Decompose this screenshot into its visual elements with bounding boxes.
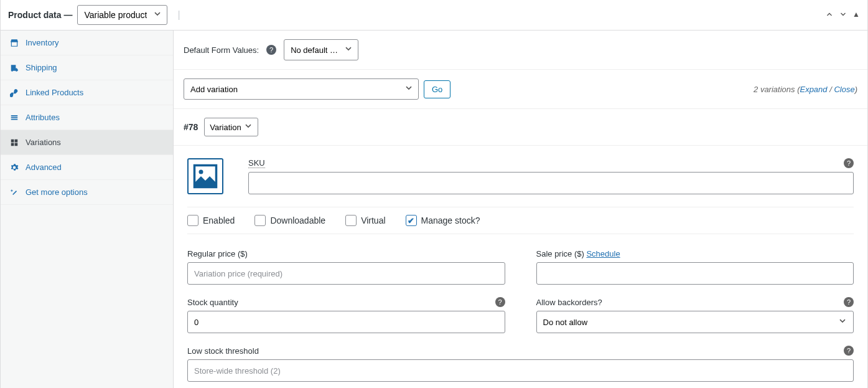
panel-down-icon[interactable] [839, 10, 847, 21]
virtual-checkbox[interactable] [345, 215, 357, 226]
tab-linked-products[interactable]: Linked Products [1, 80, 173, 105]
sku-label: SKU [248, 158, 265, 168]
variation-checkbox-row: Enabled Downloadable Virtual Manage stoc… [187, 207, 854, 234]
regular-price-input[interactable] [187, 262, 505, 285]
tab-attributes[interactable]: Attributes [1, 105, 173, 130]
product-type-wrap: Variable product [77, 5, 167, 25]
sku-field: SKU ? [248, 158, 854, 194]
virtual-label: Virtual [361, 215, 385, 225]
list-icon [9, 113, 19, 122]
product-data-panel: Product data — Variable product | ▲ [0, 0, 868, 388]
header-divider: | [177, 9, 180, 21]
panel-header-left: Product data — Variable product | [8, 5, 180, 25]
link-icon [9, 88, 19, 97]
sale-price-input[interactable] [536, 262, 854, 285]
truck-icon [9, 64, 19, 72]
variation-top-row: SKU ? [187, 158, 854, 194]
virtual-checkbox-item[interactable]: Virtual [345, 215, 385, 226]
image-icon [192, 163, 218, 189]
default-value-wrap: No default B... [284, 39, 358, 60]
default-value-select[interactable]: No default B... [284, 39, 358, 60]
product-type-select[interactable]: Variable product [77, 5, 167, 25]
allow-backorders-select[interactable]: Do not allow [536, 311, 854, 333]
variation-attr-wrap: Variation [204, 118, 258, 136]
regular-price-label: Regular price ($) [187, 249, 505, 258]
expand-link[interactable]: Expand [800, 85, 827, 94]
sale-price-label: Sale price ($) [536, 249, 584, 258]
tab-advanced[interactable]: Advanced [1, 155, 173, 180]
downloadable-checkbox[interactable] [254, 215, 266, 226]
panel-title: Product data — [8, 10, 72, 20]
meta-end: ) [855, 85, 857, 94]
stock-quantity-field: Stock quantity ? [187, 297, 505, 333]
panel-collapse-icon[interactable]: ▲ [852, 10, 860, 21]
stock-qty-label-row: Stock quantity ? [187, 297, 505, 307]
help-icon[interactable]: ? [844, 297, 854, 307]
tab-get-more-options[interactable]: Get more options [1, 180, 173, 205]
manage-stock-checkbox[interactable] [406, 215, 417, 226]
tab-variations[interactable]: Variations [1, 130, 173, 155]
go-button[interactable]: Go [424, 80, 450, 98]
meta-sep: / [828, 85, 834, 94]
low-stock-field: Low stock threshold ? [187, 346, 854, 382]
low-stock-label-row: Low stock threshold ? [187, 346, 854, 356]
variations-meta: 2 variations (Expand / Close) [754, 85, 857, 94]
help-icon[interactable]: ? [266, 45, 276, 55]
enabled-checkbox-item[interactable]: Enabled [187, 215, 235, 226]
variation-attribute-select[interactable]: Variation [204, 118, 258, 136]
default-form-label: Default Form Values: [184, 45, 259, 55]
help-icon[interactable]: ? [844, 346, 854, 356]
tab-inventory[interactable]: Inventory [1, 31, 173, 55]
low-stock-label: Low stock threshold [187, 346, 259, 356]
help-icon[interactable]: ? [495, 297, 505, 307]
variation-image-upload[interactable] [187, 158, 223, 194]
downloadable-checkbox-item[interactable]: Downloadable [254, 215, 325, 226]
manage-stock-checkbox-item[interactable]: Manage stock? [406, 215, 480, 226]
tab-label: Advanced [26, 163, 62, 172]
wand-icon [9, 188, 19, 197]
enabled-label: Enabled [203, 215, 235, 225]
tab-shipping[interactable]: Shipping [1, 55, 173, 80]
backorders-label: Allow backorders? [536, 298, 602, 307]
inventory-icon [9, 39, 19, 47]
add-variation-select[interactable]: Add variation [184, 78, 419, 100]
downloadable-label: Downloadable [270, 215, 325, 225]
product-data-tabs: Inventory Shipping Linked Products Attri… [1, 31, 174, 388]
grid-icon [9, 138, 19, 147]
backorders-label-row: Allow backorders? ? [536, 297, 854, 307]
sale-price-field: Sale price ($) Schedule [536, 249, 854, 285]
backorders-wrap: Do not allow [536, 311, 854, 333]
gear-icon [9, 163, 19, 172]
svg-point-1 [199, 170, 203, 174]
allow-backorders-field: Allow backorders? ? Do not allow [536, 297, 854, 333]
sale-price-label-row: Sale price ($) Schedule [536, 249, 854, 258]
actions-left: Add variation Go [184, 78, 450, 100]
variations-count: 2 variations ( [754, 85, 800, 94]
close-link[interactable]: Close [834, 85, 854, 94]
help-icon[interactable]: ? [844, 158, 854, 168]
schedule-link[interactable]: Schedule [586, 249, 620, 258]
panel-header: Product data — Variable product | ▲ [1, 0, 867, 31]
panel-toggles: ▲ [825, 10, 860, 21]
tab-label: Variations [26, 138, 61, 147]
tab-label: Shipping [26, 63, 57, 72]
stock-qty-label: Stock quantity [187, 298, 238, 307]
variation-actions-row: Add variation Go 2 variations (Expand / … [174, 70, 867, 109]
tab-label: Linked Products [26, 88, 83, 97]
low-stock-input[interactable] [187, 359, 854, 382]
panel-up-icon[interactable] [825, 10, 834, 21]
tab-label: Attributes [26, 113, 60, 122]
manage-stock-label: Manage stock? [421, 215, 480, 225]
sku-input[interactable] [248, 172, 854, 194]
add-variation-wrap: Add variation [184, 78, 419, 100]
price-grid: Regular price ($) Sale price ($) Schedul… [187, 249, 854, 333]
panel-body: Inventory Shipping Linked Products Attri… [1, 31, 867, 388]
default-form-values-row: Default Form Values: ? No default B... [174, 31, 867, 70]
stock-quantity-input[interactable] [187, 311, 505, 333]
sku-label-row: SKU ? [248, 158, 854, 168]
variation-id: #78 [184, 122, 198, 132]
variation-body: SKU ? Enabled Downloadable [174, 146, 867, 388]
tab-label: Get more options [26, 187, 88, 197]
regular-price-field: Regular price ($) [187, 249, 505, 285]
enabled-checkbox[interactable] [187, 215, 198, 226]
